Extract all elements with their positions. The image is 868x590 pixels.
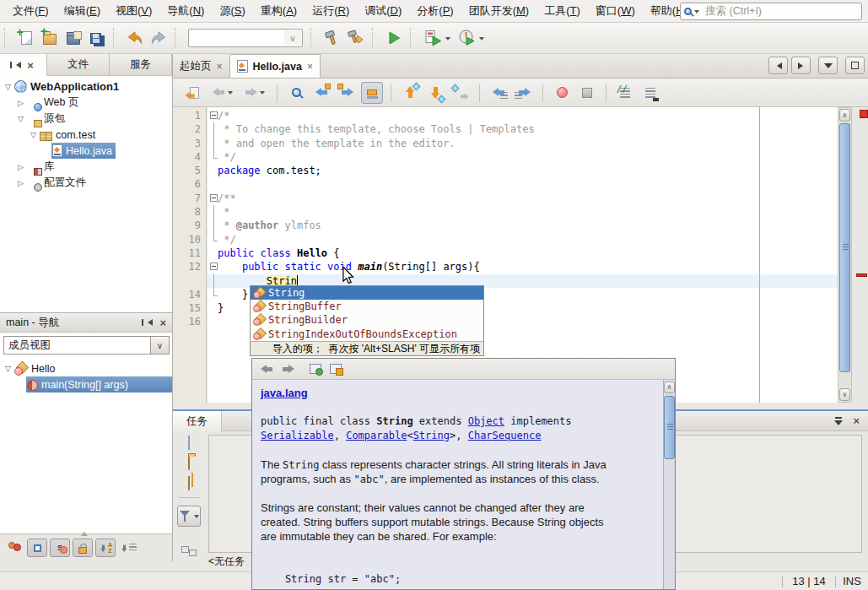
profile-project-button[interactable] xyxy=(454,26,488,50)
find-button[interactable] xyxy=(285,82,307,104)
javadoc-link[interactable]: Object xyxy=(468,415,504,427)
clean-build-project-button[interactable] xyxy=(344,26,368,50)
close-panel-icon[interactable]: × xyxy=(853,415,860,426)
menu-M[interactable]: 团队开发(M) xyxy=(461,1,537,21)
error-status-badge[interactable] xyxy=(860,110,868,118)
code-line[interactable]: * xyxy=(218,205,535,219)
line-number[interactable]: 8 xyxy=(173,205,201,219)
filter-button[interactable] xyxy=(177,506,201,527)
tree-row[interactable]: Hello.java xyxy=(0,143,172,159)
find-next-button[interactable] xyxy=(336,82,358,104)
sort-by-source-button[interactable] xyxy=(118,539,138,557)
expander-icon[interactable]: ▽ xyxy=(3,83,13,91)
code-line[interactable]: * and open the template in the editor. xyxy=(218,137,535,150)
minimize-panel-icon[interactable] xyxy=(834,417,843,425)
line-number[interactable]: 12 xyxy=(173,260,201,273)
editor-scrollbar[interactable]: ∧ ∨ xyxy=(838,107,852,403)
expander-icon[interactable]: ▽ xyxy=(28,131,39,139)
forward-button[interactable] xyxy=(240,82,269,104)
run-project-button[interactable] xyxy=(382,26,406,50)
stop-macro-recording-button[interactable] xyxy=(576,82,598,104)
line-number[interactable]: 14 xyxy=(173,288,201,301)
error-line-mark[interactable] xyxy=(856,273,867,277)
navigator-view-select[interactable]: 成员视图 ∨ xyxy=(3,336,170,355)
menu-N[interactable]: 导航(N) xyxy=(159,1,212,21)
javadoc-link[interactable]: CharSequence xyxy=(468,430,542,441)
scrollbar-thumb[interactable] xyxy=(839,123,850,372)
uncomment-button[interactable] xyxy=(639,82,661,104)
javadoc-scrollbar[interactable]: ∧ xyxy=(663,380,675,589)
code-line[interactable]: /* xyxy=(218,109,535,122)
show-inherited-members-button[interactable] xyxy=(4,539,24,557)
code-line[interactable]: */ xyxy=(218,150,535,164)
javadoc-back-icon[interactable] xyxy=(261,365,273,374)
line-number-gutter[interactable]: 123456789101112!141516 xyxy=(173,107,207,403)
javadoc-link[interactable]: String xyxy=(413,430,450,441)
menu-W[interactable]: 窗口(W) xyxy=(588,1,643,21)
previous-bookmark-button[interactable] xyxy=(399,82,421,104)
scroll-up-button[interactable]: ∧ xyxy=(664,382,675,393)
new-file-button[interactable] xyxy=(14,26,38,50)
tasks-tab[interactable]: 任务 xyxy=(173,411,222,431)
chevron-down-icon[interactable]: ∨ xyxy=(150,337,169,354)
expander-icon[interactable]: ▽ xyxy=(3,365,13,373)
line-number[interactable]: ! xyxy=(173,274,201,288)
shift-line-right-button[interactable] xyxy=(513,82,535,104)
code-line[interactable]: */ xyxy=(218,233,535,246)
show-non-public-members-button[interactable] xyxy=(73,539,93,557)
line-number[interactable]: 10 xyxy=(173,233,201,246)
expander-icon[interactable]: ▽ xyxy=(15,115,26,123)
code-line[interactable] xyxy=(218,177,535,191)
comment-button[interactable]: // xyxy=(614,82,636,104)
filter-dropdown-icon[interactable] xyxy=(194,515,199,521)
line-number[interactable]: 6 xyxy=(173,177,201,191)
code-line[interactable]: * To change this template, choose Tools … xyxy=(218,122,535,136)
undo-button[interactable] xyxy=(123,26,147,50)
line-number[interactable]: 3 xyxy=(173,137,201,150)
code-line[interactable]: * @author ylmfos xyxy=(218,219,535,232)
show-in-javadoc-window-icon[interactable] xyxy=(310,364,321,374)
tree-row[interactable]: main(String[] args) xyxy=(0,376,172,392)
menu-S[interactable]: 源(S) xyxy=(212,1,252,21)
code-line[interactable]: /** xyxy=(218,192,535,205)
tree-row[interactable]: ▽源包 xyxy=(0,111,172,127)
line-number[interactable]: 7 xyxy=(173,192,201,205)
editor-tab-Hello.java[interactable]: Hello.java× xyxy=(230,54,321,78)
minimize-window-icon[interactable] xyxy=(144,319,153,326)
close-window-icon[interactable]: × xyxy=(27,60,34,71)
all-projects-scope-button[interactable] xyxy=(188,477,190,490)
expander-icon[interactable]: ▷ xyxy=(15,163,26,171)
javadoc-link[interactable]: Comparable xyxy=(346,430,407,441)
line-number[interactable]: 11 xyxy=(173,246,201,260)
resize-grip-icon[interactable] xyxy=(81,528,88,536)
minimize-window-icon[interactable] xyxy=(13,62,21,68)
show-static-members-button[interactable]: S xyxy=(50,539,70,557)
build-project-button[interactable] xyxy=(321,26,344,50)
scroll-tabs-left-button[interactable] xyxy=(768,57,788,74)
menu-F[interactable]: 文件(F) xyxy=(5,1,57,21)
show-fields-button[interactable] xyxy=(27,539,47,557)
search-dropdown-icon[interactable] xyxy=(694,10,699,16)
tree-row[interactable]: ▷库 xyxy=(0,159,172,175)
new-task-button[interactable] xyxy=(188,436,190,449)
quick-search-box[interactable]: 搜索 (Ctrl+I) xyxy=(680,3,862,20)
shift-line-left-button[interactable] xyxy=(488,82,509,104)
javadoc-forward-icon[interactable] xyxy=(282,365,294,374)
tree-row[interactable]: ▷Web 页 xyxy=(0,95,172,111)
scroll-up-button[interactable]: ∧ xyxy=(839,109,850,122)
jump-to-last-edit-button[interactable] xyxy=(183,82,205,104)
toggle-highlight-search-button[interactable] xyxy=(361,82,383,104)
projects-tab-active[interactable]: × xyxy=(0,54,47,76)
forward-dropdown-icon[interactable] xyxy=(260,91,265,97)
menu-P[interactable]: 分析(P) xyxy=(409,1,461,21)
line-number[interactable]: 4 xyxy=(173,150,201,164)
debug-project-button[interactable] xyxy=(420,26,454,50)
error-stripe[interactable] xyxy=(853,107,868,403)
toggle-bookmark-button[interactable] xyxy=(450,82,472,104)
editor-tab-起始页[interactable]: 起始页× xyxy=(173,55,230,78)
menu-D[interactable]: 调试(D) xyxy=(357,1,409,21)
tab-文件[interactable]: 文件 xyxy=(47,54,110,75)
javadoc-link[interactable]: Serializable xyxy=(261,430,334,441)
profile-dropdown-icon[interactable] xyxy=(479,37,484,43)
expander-icon[interactable]: ▷ xyxy=(15,99,26,107)
